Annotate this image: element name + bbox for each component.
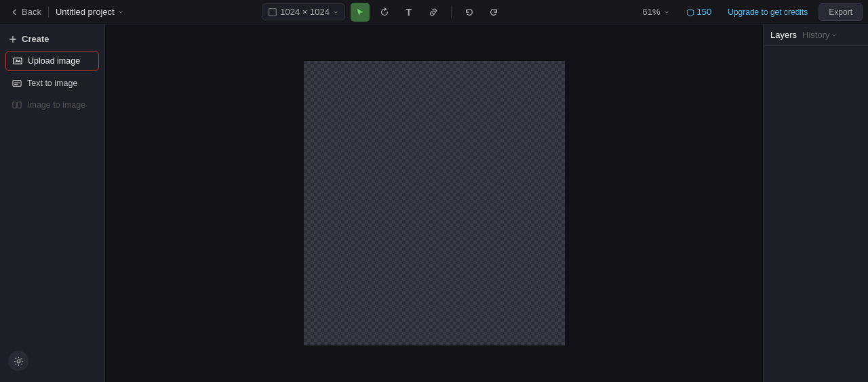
text-tool-button[interactable]: T xyxy=(399,3,418,22)
canvas[interactable] xyxy=(304,61,565,345)
image-to-image-icon xyxy=(12,100,22,110)
left-sidebar: Create Upload image Text to image I xyxy=(0,24,105,382)
zoom-button[interactable]: 61% xyxy=(637,4,675,20)
select-tool-button[interactable] xyxy=(351,3,370,22)
back-label: Back xyxy=(22,7,41,17)
canvas-size-label: 1024 × 1024 xyxy=(280,7,330,17)
undo-button[interactable] xyxy=(460,3,479,22)
chevron-down-icon xyxy=(831,32,837,39)
topbar-center: 1024 × 1024 T xyxy=(134,3,632,22)
redo-button[interactable] xyxy=(484,3,503,22)
canvas-size-button[interactable]: 1024 × 1024 xyxy=(262,3,345,20)
zoom-level: 61% xyxy=(643,7,660,17)
sidebar-item-text-to-image[interactable]: Text to image xyxy=(5,74,99,93)
svg-rect-3 xyxy=(13,81,21,87)
upgrade-button[interactable]: Upgrade to get credits xyxy=(722,5,813,20)
credits-count: 150 xyxy=(697,7,712,17)
sidebar-item-upload-image-label: Upload image xyxy=(28,56,80,66)
divider xyxy=(451,6,452,18)
right-sidebar: Layers History xyxy=(763,24,868,382)
create-icon xyxy=(8,35,18,44)
export-button[interactable]: Export xyxy=(818,3,863,21)
canvas-area[interactable] xyxy=(105,24,763,382)
settings-icon xyxy=(14,356,24,366)
rotate-tool-button[interactable] xyxy=(375,3,394,22)
settings-button[interactable] xyxy=(8,351,28,371)
main-area: Create Upload image Text to image I xyxy=(0,24,868,382)
create-label: Create xyxy=(22,34,49,44)
credits-icon: ⬡ xyxy=(686,7,694,18)
credits-button[interactable]: ⬡ 150 xyxy=(681,4,717,20)
upload-image-icon xyxy=(13,56,22,66)
upgrade-label: Upgrade to get credits xyxy=(728,7,808,17)
sidebar-create-header: Create xyxy=(5,30,99,48)
export-label: Export xyxy=(829,7,852,17)
sidebar-item-image-to-image: Image to image xyxy=(5,96,99,114)
layers-tab[interactable]: Layers xyxy=(770,30,797,40)
divider xyxy=(48,7,49,18)
svg-rect-0 xyxy=(269,8,277,16)
project-name-button[interactable]: Untitled project xyxy=(52,4,128,20)
back-button[interactable]: Back xyxy=(5,4,45,20)
svg-rect-5 xyxy=(18,102,21,108)
sidebar-item-text-to-image-label: Text to image xyxy=(27,79,77,88)
topbar-left: Back Untitled project xyxy=(5,4,128,20)
history-tab[interactable]: History xyxy=(802,30,837,40)
project-name-label: Untitled project xyxy=(56,7,115,17)
svg-point-6 xyxy=(17,360,20,363)
svg-rect-4 xyxy=(13,102,16,108)
link-tool-button[interactable] xyxy=(424,3,443,22)
right-sidebar-header: Layers History xyxy=(764,24,868,46)
svg-point-2 xyxy=(16,60,17,61)
text-to-image-icon xyxy=(12,79,22,88)
sidebar-bottom xyxy=(5,345,99,377)
topbar-right: 61% ⬡ 150 Upgrade to get credits Export xyxy=(637,3,863,21)
sidebar-item-upload-image[interactable]: Upload image xyxy=(5,51,99,71)
sidebar-item-image-to-image-label: Image to image xyxy=(27,100,85,110)
topbar: Back Untitled project 1024 × 1024 T xyxy=(0,0,868,24)
